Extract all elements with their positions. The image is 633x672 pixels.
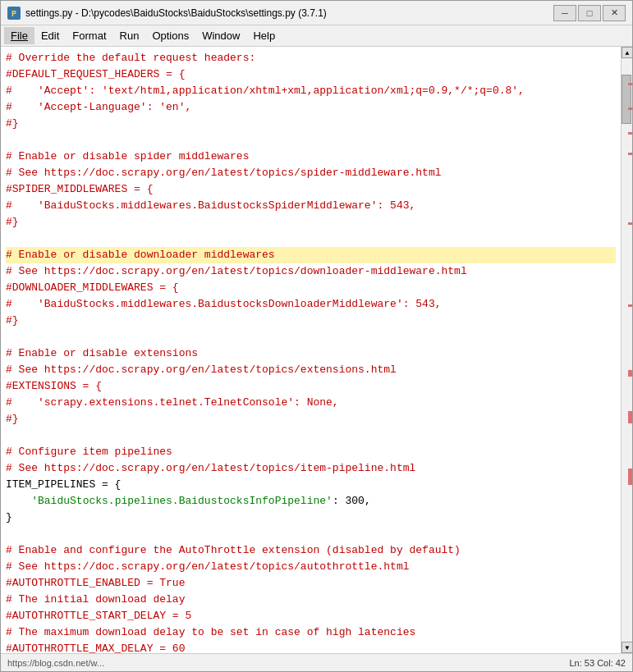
code-line: # 'BaiduStocks.middlewares.BaidustocksSp…: [6, 198, 616, 214]
scroll-up-button[interactable]: ▲: [622, 47, 632, 58]
vertical-scrollbar[interactable]: ▲ ▼: [621, 47, 632, 653]
menu-bar: File Edit Format Run Options Window Help: [1, 25, 632, 47]
code-line: # See https://doc.scrapy.org/en/latest/t…: [6, 263, 616, 280]
code-line: # See https://doc.scrapy.org/en/latest/t…: [6, 165, 616, 181]
menu-window[interactable]: Window: [195, 27, 246, 44]
code-line: #EXTENSIONS = {: [6, 378, 616, 395]
code-line: #SPIDER_MIDDLEWARES = {: [6, 181, 616, 198]
minimap-marker: [628, 107, 632, 110]
minimize-button[interactable]: ─: [553, 5, 576, 21]
code-line: #}: [6, 411, 616, 427]
code-line: [6, 427, 616, 444]
code-line: [6, 231, 616, 247]
code-line: ITEM_PIPELINES = {: [6, 477, 616, 493]
code-line: # 'Accept-Language': 'en',: [6, 99, 616, 116]
scroll-track[interactable]: [622, 58, 632, 642]
code-line: #}: [6, 214, 616, 231]
close-button[interactable]: ✕: [603, 5, 626, 21]
menu-run[interactable]: Run: [113, 27, 146, 44]
code-line: #AUTOTHROTTLE_ENABLED = True: [6, 575, 616, 592]
status-position: Ln: 53 Col: 42: [570, 658, 626, 668]
code-line: # 'scrapy.extensions.telnet.TelnetConsol…: [6, 395, 616, 411]
minimap-marker: [628, 304, 632, 307]
code-line: # Override the default request headers:: [6, 50, 616, 66]
menu-file[interactable]: File: [4, 27, 34, 44]
code-line: #}: [6, 116, 616, 132]
editor-container: # Override the default request headers: …: [1, 47, 632, 653]
code-line: [6, 526, 616, 542]
code-line: #AUTOTHROTTLE_START_DELAY = 5: [6, 608, 616, 624]
app-icon: P: [7, 7, 21, 20]
status-bar: https://blog.csdn.net/w... Ln: 53 Col: 4…: [1, 653, 632, 671]
minimap-marker: [628, 132, 632, 135]
code-line: # 'BaiduStocks.middlewares.BaidustocksDo…: [6, 296, 616, 313]
code-line: # Enable or disable spider middlewares: [6, 149, 616, 165]
code-line: }: [6, 510, 616, 526]
code-line: 'BaiduStocks.pipelines.BaidustocksInfoPi…: [6, 493, 616, 510]
code-line: [6, 132, 616, 149]
window-title: settings.py - D:\pycodes\BaiduStocks\Bai…: [25, 7, 553, 19]
window-controls: ─ □ ✕: [553, 5, 626, 21]
svg-text:P: P: [11, 10, 16, 19]
code-line: [6, 329, 616, 345]
code-line: #DOWNLOADER_MIDDLEWARES = {: [6, 280, 616, 296]
main-window: P settings.py - D:\pycodes\BaiduStocks\B…: [0, 0, 633, 672]
code-line: # Enable and configure the AutoThrottle …: [6, 542, 616, 559]
code-line: #AUTOTHROTTLE_MAX_DELAY = 60: [6, 641, 616, 653]
minimap-marker: [628, 153, 632, 155]
status-url: https://blog.csdn.net/w...: [7, 658, 570, 668]
minimap-marker: [628, 222, 632, 225]
menu-options[interactable]: Options: [145, 27, 195, 44]
menu-format[interactable]: Format: [66, 27, 112, 44]
code-line: # The initial download delay: [6, 592, 616, 608]
scroll-down-button[interactable]: ▼: [622, 642, 632, 653]
menu-help[interactable]: Help: [246, 27, 282, 44]
code-line: # See https://doc.scrapy.org/en/latest/t…: [6, 460, 616, 477]
code-line: #DEFAULT_REQUEST_HEADERS = {: [6, 66, 616, 83]
code-line-cursor: # Enable or disable downloader middlewar…: [6, 247, 616, 263]
code-line: # The maximum download delay to be set i…: [6, 624, 616, 641]
scroll-thumb[interactable]: [622, 75, 631, 124]
maximize-button[interactable]: □: [578, 5, 601, 21]
code-line: # Configure item pipelines: [6, 444, 616, 460]
code-line: # See https://doc.scrapy.org/en/latest/t…: [6, 362, 616, 378]
minimap-marker: [628, 83, 632, 85]
code-line: #}: [6, 313, 616, 329]
minimap-marker: [628, 411, 632, 423]
code-editor[interactable]: # Override the default request headers: …: [1, 47, 621, 653]
code-line: # 'Accept': 'text/html,application/xhtml…: [6, 83, 616, 99]
code-line: # See https://doc.scrapy.org/en/latest/t…: [6, 559, 616, 575]
title-bar: P settings.py - D:\pycodes\BaiduStocks\B…: [1, 1, 632, 25]
code-line: # Enable or disable extensions: [6, 345, 616, 362]
minimap-marker: [628, 370, 632, 377]
minimap-marker: [628, 469, 632, 485]
menu-edit[interactable]: Edit: [34, 27, 66, 44]
